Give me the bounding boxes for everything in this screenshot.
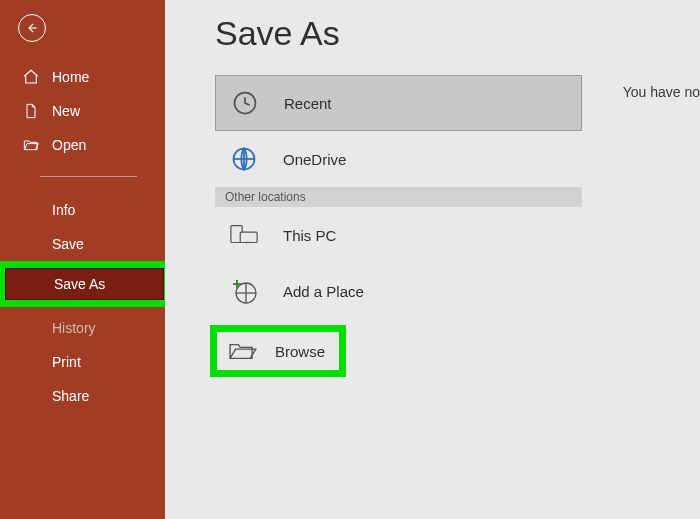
location-add-place[interactable]: Add a Place: [215, 263, 582, 319]
sidebar-label-save-as: Save As: [54, 276, 105, 292]
sidebar-label-open: Open: [52, 137, 86, 153]
sidebar-label-new: New: [52, 103, 80, 119]
home-icon: [22, 68, 40, 86]
add-place-icon: [229, 276, 259, 306]
sidebar-item-info[interactable]: Info: [0, 193, 165, 227]
location-label-this-pc: This PC: [283, 227, 336, 244]
sidebar-item-save[interactable]: Save: [0, 227, 165, 261]
page-title: Save As: [215, 14, 700, 53]
clock-icon: [230, 88, 260, 118]
sidebar-label-home: Home: [52, 69, 89, 85]
sidebar-nav: Home New Open: [0, 60, 165, 413]
sidebar-item-home[interactable]: Home: [0, 60, 165, 94]
right-truncated-text: You have no: [623, 84, 700, 100]
location-label-add-place: Add a Place: [283, 283, 364, 300]
sidebar-item-print[interactable]: Print: [0, 345, 165, 379]
location-onedrive[interactable]: OneDrive: [215, 131, 582, 187]
location-label-recent: Recent: [284, 95, 332, 112]
sidebar-item-new[interactable]: New: [0, 94, 165, 128]
globe-icon: [229, 144, 259, 174]
this-pc-icon: [229, 220, 259, 250]
sidebar-label-save: Save: [52, 236, 84, 252]
sidebar-divider: [40, 176, 137, 177]
back-arrow-icon: [25, 21, 39, 35]
location-label-onedrive: OneDrive: [283, 151, 346, 168]
location-browse-highlighted[interactable]: Browse: [210, 325, 346, 377]
sidebar-label-history: History: [52, 320, 96, 336]
back-button[interactable]: [18, 14, 46, 42]
sidebar: Home New Open: [0, 0, 165, 519]
main-panel: Save As Recent: [165, 0, 700, 519]
sidebar-item-open[interactable]: Open: [0, 128, 165, 162]
location-recent[interactable]: Recent: [215, 75, 582, 131]
new-document-icon: [22, 102, 40, 120]
locations-list: Recent OneDrive Other locations: [215, 75, 582, 377]
open-folder-icon: [22, 136, 40, 154]
sidebar-label-info: Info: [52, 202, 75, 218]
location-this-pc[interactable]: This PC: [215, 207, 582, 263]
sidebar-label-print: Print: [52, 354, 81, 370]
sidebar-label-share: Share: [52, 388, 89, 404]
location-label-browse: Browse: [275, 343, 325, 360]
folder-open-icon: [227, 338, 257, 364]
svg-rect-6: [240, 232, 257, 242]
sidebar-item-share[interactable]: Share: [0, 379, 165, 413]
sidebar-item-history[interactable]: History: [0, 311, 165, 345]
sidebar-item-save-as-highlighted[interactable]: Save As: [0, 261, 171, 307]
locations-section-other: Other locations: [215, 187, 582, 207]
backstage-view: Home New Open: [0, 0, 700, 519]
